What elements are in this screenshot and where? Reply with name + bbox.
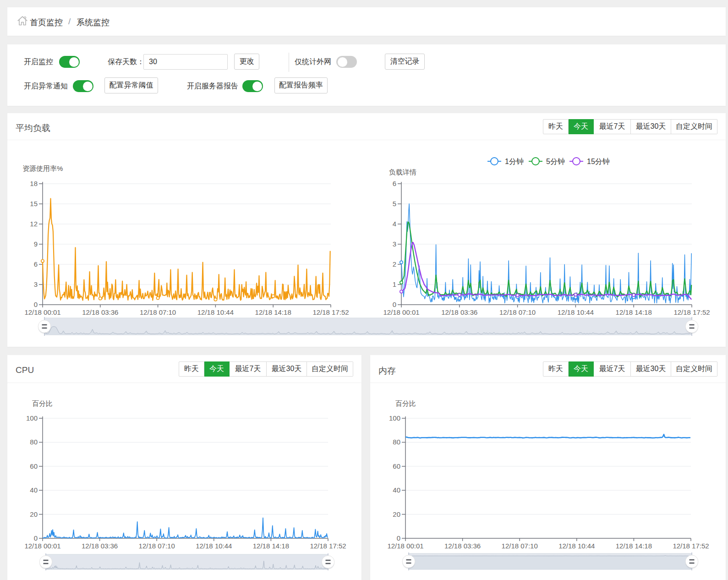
svg-text:资源使用率%: 资源使用率% xyxy=(22,164,63,172)
svg-text:12/18 00:01: 12/18 00:01 xyxy=(383,308,419,316)
svg-text:12/18 03:36: 12/18 03:36 xyxy=(82,308,118,316)
svg-text:12/18 07:10: 12/18 07:10 xyxy=(502,542,538,550)
svg-text:12/18 10:44: 12/18 10:44 xyxy=(197,308,234,316)
svg-text:12/18 17:52: 12/18 17:52 xyxy=(673,542,709,550)
svg-text:12/18 14:18: 12/18 14:18 xyxy=(616,308,652,316)
svg-text:6: 6 xyxy=(34,260,38,268)
svg-text:100: 100 xyxy=(26,414,38,422)
svg-text:40: 40 xyxy=(30,486,38,494)
svg-text:12/18 00:01: 12/18 00:01 xyxy=(387,542,423,550)
svg-text:80: 80 xyxy=(30,438,38,446)
svg-text:20: 20 xyxy=(393,510,400,518)
svg-text:60: 60 xyxy=(30,462,38,470)
svg-text:百分比: 百分比 xyxy=(32,399,53,407)
svg-text:1: 1 xyxy=(393,280,396,288)
svg-text:3: 3 xyxy=(34,280,38,288)
svg-text:12/18 03:36: 12/18 03:36 xyxy=(441,308,477,316)
svg-text:100: 100 xyxy=(389,414,400,422)
svg-text:15: 15 xyxy=(30,200,38,208)
svg-text:12/18 14:18: 12/18 14:18 xyxy=(255,308,291,316)
svg-text:百分比: 百分比 xyxy=(395,399,416,407)
svg-text:12/18 03:36: 12/18 03:36 xyxy=(444,542,481,550)
svg-text:12/18 07:10: 12/18 07:10 xyxy=(139,542,175,550)
svg-text:5分钟: 5分钟 xyxy=(546,158,565,165)
svg-text:3: 3 xyxy=(393,240,396,248)
svg-text:12/18 07:10: 12/18 07:10 xyxy=(499,308,536,316)
svg-text:12: 12 xyxy=(30,220,38,228)
svg-text:60: 60 xyxy=(393,462,400,470)
svg-text:0: 0 xyxy=(34,301,38,308)
svg-text:12/18 03:36: 12/18 03:36 xyxy=(82,542,118,550)
svg-text:12/18 10:44: 12/18 10:44 xyxy=(558,308,594,316)
svg-text:15分钟: 15分钟 xyxy=(587,158,610,165)
svg-text:0: 0 xyxy=(397,534,400,542)
svg-text:12/18 14:18: 12/18 14:18 xyxy=(616,542,652,550)
svg-text:80: 80 xyxy=(393,438,400,446)
svg-text:18: 18 xyxy=(30,180,38,187)
svg-text:12/18 00:01: 12/18 00:01 xyxy=(24,308,60,316)
svg-text:5: 5 xyxy=(393,200,396,208)
svg-text:0: 0 xyxy=(34,534,38,542)
svg-text:12/18 17:52: 12/18 17:52 xyxy=(312,308,349,316)
svg-text:2: 2 xyxy=(393,260,396,268)
svg-text:20: 20 xyxy=(30,510,38,518)
svg-text:12/18 17:52: 12/18 17:52 xyxy=(310,542,346,550)
svg-text:4: 4 xyxy=(393,220,396,228)
svg-text:12/18 14:18: 12/18 14:18 xyxy=(253,542,289,550)
svg-text:6: 6 xyxy=(393,180,396,187)
svg-text:12/18 10:44: 12/18 10:44 xyxy=(196,542,232,550)
svg-text:1分钟: 1分钟 xyxy=(505,158,524,165)
svg-text:0: 0 xyxy=(393,301,396,308)
svg-text:12/18 10:44: 12/18 10:44 xyxy=(558,542,595,550)
svg-text:负载详情: 负载详情 xyxy=(389,168,416,176)
svg-text:12/18 07:10: 12/18 07:10 xyxy=(140,308,176,316)
svg-text:12/18 17:52: 12/18 17:52 xyxy=(673,308,710,316)
svg-text:9: 9 xyxy=(34,240,38,248)
svg-text:12/18 00:01: 12/18 00:01 xyxy=(24,542,60,550)
svg-text:40: 40 xyxy=(393,486,400,494)
